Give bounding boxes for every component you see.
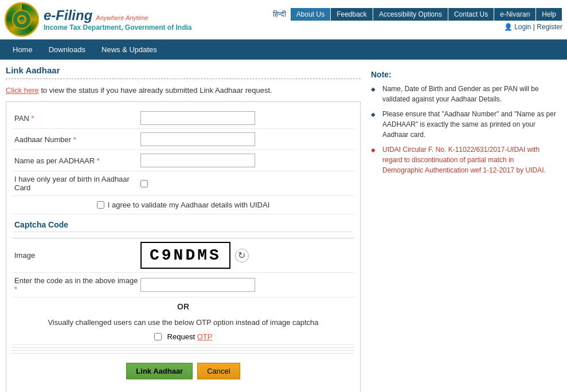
brand-text: e-Filing Anywhere Anytime Income Tax Dep… (44, 7, 192, 32)
request-otp-label: Request OTP (167, 332, 213, 341)
login-area: 👤 Login | Register (504, 23, 562, 31)
register-link[interactable]: Register (537, 23, 562, 31)
agree-checkbox[interactable] (97, 201, 104, 209)
note-text-1: Name, Date of Birth and Gender as per PA… (382, 84, 557, 104)
enter-code-label: Enter the code as in the above image * (14, 276, 140, 293)
login-link[interactable]: Login (514, 23, 531, 31)
captcha-image-area: C9NDMS ↻ (140, 242, 249, 269)
nav-feedback[interactable]: Feedback (331, 8, 373, 21)
nav-accessibility[interactable]: Accessibility Options (373, 8, 448, 21)
captcha-refresh-button[interactable]: ↻ (235, 249, 249, 262)
user-icon: 👤 (504, 23, 513, 31)
note-item-3: UIDAI Circular F. No. K-11022/631/2017-U… (371, 144, 557, 175)
pan-row: PAN * (12, 108, 354, 129)
agree-row: I agree to validate my Aadhaar details w… (12, 196, 354, 214)
name-row: Name as per AADHAAR * (12, 150, 354, 171)
link-aadhaar-button[interactable]: Link Aadhaar (126, 363, 193, 379)
name-input[interactable] (140, 154, 255, 167)
captcha-divider (14, 232, 352, 232)
info-text: Click here to view the status if you hav… (6, 86, 361, 95)
captcha-section-title: Captcha Code (12, 217, 354, 238)
image-label: Image (14, 251, 140, 260)
main-navigation: Home Downloads News & Updates (0, 40, 567, 60)
name-label: Name as per AADHAAR * (14, 156, 140, 165)
aadhaar-number-input[interactable] (140, 132, 255, 146)
otp-link[interactable]: OTP (197, 332, 213, 341)
year-of-birth-label: I have only year of birth in Aadhaar Car… (14, 175, 140, 192)
link-aadhaar-form: PAN * Aadhaar Number * Name as per AADHA… (6, 101, 361, 392)
form-divider-3 (12, 353, 354, 354)
nav-contact-us[interactable]: Contact Us (448, 8, 494, 21)
content-wrapper: Link Aadhaar Click here to view the stat… (0, 60, 567, 392)
nav-e-nivaran[interactable]: e-Nivaran (494, 8, 536, 21)
pan-input[interactable] (140, 111, 255, 125)
note-box: Note: Name, Date of Birth and Gender as … (366, 65, 561, 185)
pan-label: PAN * (14, 114, 140, 123)
cancel-button[interactable]: Cancel (197, 363, 240, 379)
form-divider-1 (12, 347, 354, 348)
visually-challenged-text: Visually challenged users can use the be… (12, 316, 354, 329)
brand-efiling: e-Filing (44, 7, 92, 23)
svg-text:INDIA: INDIA (18, 19, 26, 22)
sidebar: Note: Name, Date of Birth and Gender as … (366, 65, 561, 392)
aadhaar-number-label: Aadhaar Number * (14, 135, 140, 144)
nav-news-updates[interactable]: News & Updates (93, 40, 165, 60)
form-divider-2 (12, 350, 354, 351)
enter-code-row: Enter the code as in the above image * (12, 273, 354, 297)
click-here-link[interactable]: Click here (6, 86, 39, 95)
year-of-birth-checkbox[interactable] (140, 180, 148, 187)
logo-area: INDIA e-Filing Anywhere Anytime Income T… (5, 2, 192, 37)
captcha-input[interactable] (140, 278, 255, 292)
nav-about-us[interactable]: About Us (291, 8, 331, 21)
emblem-inner: INDIA (6, 4, 37, 35)
note-text-3: UIDAI Circular F. No. K-11022/631/2017-U… (382, 144, 557, 175)
page-title: Link Aadhaar (6, 65, 361, 79)
main-content: Link Aadhaar Click here to view the stat… (6, 65, 361, 392)
note-title: Note: (371, 70, 557, 79)
top-navigation: हिन्दी About Us Feedback Accessibility O… (273, 8, 562, 21)
logo-emblem: INDIA (5, 2, 39, 37)
note-text-2: Please ensure that "Aadhaar Number" and … (382, 109, 557, 140)
captcha-image-row: Image C9NDMS ↻ (12, 238, 354, 273)
agree-text: I agree to validate my Aadhaar details w… (108, 201, 270, 209)
note-item-1: Name, Date of Birth and Gender as per PA… (371, 84, 557, 104)
captcha-image: C9NDMS (140, 242, 230, 269)
page-header: INDIA e-Filing Anywhere Anytime Income T… (0, 0, 567, 40)
request-otp-row: Request OTP (12, 329, 354, 345)
brand-tagline: Anywhere Anytime (96, 14, 148, 21)
income-tax-label: Income Tax Department, Government of Ind… (44, 23, 192, 32)
hindi-link[interactable]: हिन्दी (273, 10, 286, 19)
nav-home[interactable]: Home (5, 40, 41, 60)
nav-downloads[interactable]: Downloads (41, 40, 93, 60)
button-row: Link Aadhaar Cancel (12, 356, 354, 386)
aadhaar-number-row: Aadhaar Number * (12, 129, 354, 150)
or-divider: OR (12, 297, 354, 316)
request-otp-checkbox[interactable] (154, 333, 162, 340)
note-list: Name, Date of Birth and Gender as per PA… (371, 84, 557, 175)
note-item-2: Please ensure that "Aadhaar Number" and … (371, 109, 557, 140)
year-of-birth-row: I have only year of birth in Aadhaar Car… (12, 171, 354, 196)
nav-help[interactable]: Help (536, 8, 562, 21)
header-right: हिन्दी About Us Feedback Accessibility O… (273, 8, 562, 31)
info-text-after: to view the status if you have already s… (39, 86, 272, 95)
